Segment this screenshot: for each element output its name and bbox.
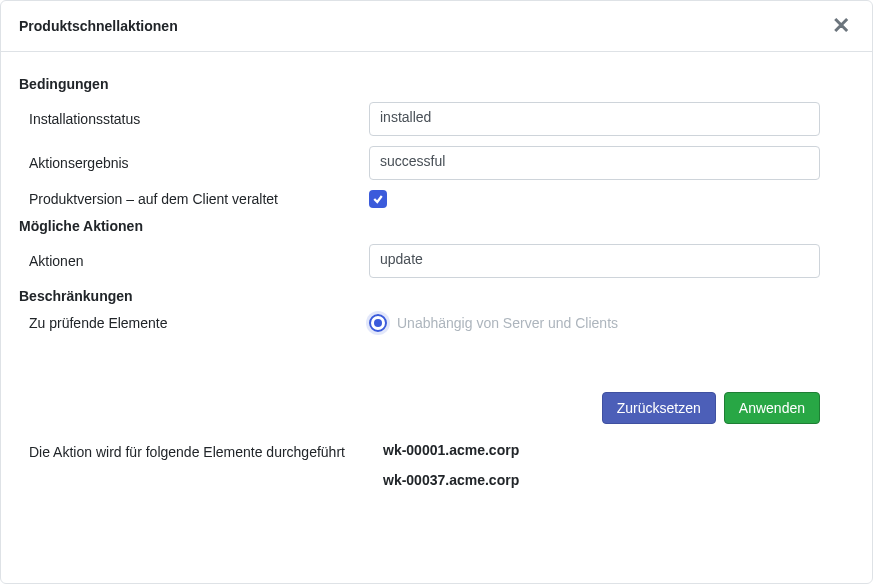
list-item: wk-00037.acme.corp — [383, 472, 854, 488]
dialog-title: Produktschnellaktionen — [19, 18, 178, 34]
dialog-body: Bedingungen Installationsstatus installe… — [1, 52, 872, 502]
checkbox-outdated[interactable] — [369, 190, 387, 208]
label-install-status: Installationsstatus — [19, 111, 369, 127]
label-action-result: Aktionsergebnis — [19, 155, 369, 171]
row-check-items: Zu prüfende Elemente Unabhängig von Serv… — [19, 314, 854, 332]
row-actions: Aktionen update — [19, 244, 854, 278]
dialog: Produktschnellaktionen ✕ Bedingungen Ins… — [0, 0, 873, 584]
radio-dot-icon — [374, 319, 382, 327]
check-icon — [372, 193, 384, 205]
select-actions[interactable]: update — [369, 244, 820, 278]
section-actions-header: Mögliche Aktionen — [19, 218, 854, 234]
list-item: wk-00001.acme.corp — [383, 442, 854, 458]
row-outdated: Produktversion – auf dem Client veraltet — [19, 190, 854, 208]
radio-independent-label: Unabhängig von Server und Clients — [397, 315, 618, 331]
section-conditions-header: Bedingungen — [19, 76, 854, 92]
reset-button[interactable]: Zurücksetzen — [602, 392, 716, 424]
label-actions: Aktionen — [19, 253, 369, 269]
row-action-result: Aktionsergebnis successful — [19, 146, 854, 180]
dialog-header: Produktschnellaktionen ✕ — [1, 1, 872, 52]
close-icon[interactable]: ✕ — [828, 15, 854, 37]
label-outdated: Produktversion – auf dem Client veraltet — [19, 191, 369, 207]
targets-label: Die Aktion wird für folgende Elemente du… — [19, 442, 369, 502]
button-row: Zurücksetzen Anwenden — [19, 392, 854, 424]
radio-independent[interactable] — [369, 314, 387, 332]
select-action-result[interactable]: successful — [369, 146, 820, 180]
label-check-items: Zu prüfende Elemente — [19, 315, 369, 331]
select-install-status[interactable]: installed — [369, 102, 820, 136]
row-install-status: Installationsstatus installed — [19, 102, 854, 136]
section-restrictions-header: Beschränkungen — [19, 288, 854, 304]
targets-list: wk-00001.acme.corp wk-00037.acme.corp — [369, 442, 854, 502]
targets-row: Die Aktion wird für folgende Elemente du… — [19, 442, 854, 502]
apply-button[interactable]: Anwenden — [724, 392, 820, 424]
